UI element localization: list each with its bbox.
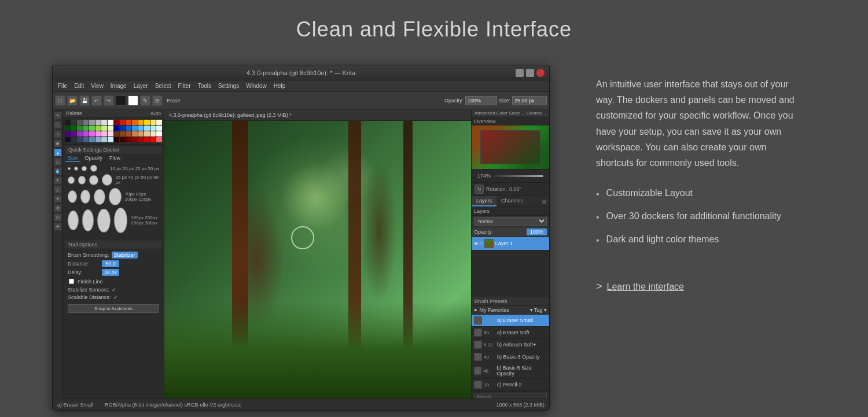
learn-link-text[interactable]: Learn the interface [607, 282, 684, 292]
toolbar-open-icon[interactable]: 📂 [67, 95, 78, 106]
palette-swatch[interactable] [101, 137, 107, 142]
layer-blend-select[interactable]: Normal [474, 217, 547, 226]
palette-swatch[interactable] [138, 120, 144, 125]
brush-dot-1[interactable] [68, 167, 71, 170]
brush-dot-15[interactable] [97, 209, 110, 233]
palette-swatch[interactable] [89, 137, 95, 142]
tool-fill-btn[interactable]: ▣ [54, 139, 62, 147]
size-input[interactable] [512, 96, 547, 105]
finish-line-checkbox[interactable] [69, 279, 74, 284]
palette-swatch[interactable] [120, 137, 126, 142]
palette-swatch[interactable] [71, 137, 77, 142]
toolbar-brush-icon[interactable]: ✎ [140, 95, 150, 106]
palette-swatch[interactable] [108, 131, 113, 136]
brush-dot-4[interactable] [90, 165, 97, 172]
palette-swatch[interactable] [71, 126, 77, 131]
palette-swatch[interactable] [65, 126, 71, 131]
palette-swatch[interactable] [77, 131, 83, 136]
palette-swatch[interactable] [101, 126, 107, 131]
palette-swatch[interactable] [126, 126, 132, 131]
menu-tools[interactable]: Tools [195, 82, 214, 90]
rotation-icon[interactable]: ↻ [475, 184, 484, 194]
tool-transform-btn[interactable]: ⤡ [54, 130, 62, 138]
palette-swatch[interactable] [120, 126, 126, 131]
menu-select[interactable]: Select [152, 82, 174, 90]
tool-shape-btn[interactable]: △ [54, 186, 62, 194]
zoom-slider[interactable] [493, 175, 543, 177]
palette-swatch[interactable] [126, 131, 132, 136]
palette-swatch[interactable] [101, 120, 107, 125]
palette-swatch[interactable] [150, 126, 156, 131]
tool-erase-btn[interactable]: ◻ [54, 158, 62, 166]
palette-swatch[interactable] [114, 126, 120, 131]
tool-path-btn[interactable]: ✦ [54, 195, 62, 203]
tool-move-btn[interactable]: ✛ [54, 223, 62, 231]
palette-swatch[interactable] [89, 131, 95, 136]
palette-swatch[interactable] [120, 120, 126, 125]
brush-dot-12[interactable] [109, 188, 122, 205]
palette-swatch[interactable] [144, 126, 150, 131]
brush-dot-14[interactable] [82, 209, 94, 231]
toolbar-undo-icon[interactable]: ↩ [91, 95, 102, 106]
palette-swatch[interactable] [89, 126, 95, 131]
palette-swatch[interactable] [95, 137, 101, 142]
menu-filter[interactable]: Filter [175, 82, 193, 90]
close-icon[interactable] [536, 69, 545, 77]
brush-preset-item[interactable]: 40b) Basic-3 Opacity [472, 351, 549, 363]
palette-swatch[interactable] [71, 120, 77, 125]
menu-layer[interactable]: Layer [131, 82, 151, 90]
brush-dot-3[interactable] [82, 166, 87, 171]
palette-swatch[interactable] [144, 120, 150, 125]
menu-edit[interactable]: Edit [71, 82, 87, 90]
menu-help[interactable]: Help [271, 82, 289, 90]
palette-swatch[interactable] [77, 120, 83, 125]
palette-swatch[interactable] [144, 131, 150, 136]
layers-tab-layers[interactable]: Layers [472, 196, 496, 206]
qs-tab-flow[interactable]: Flow [107, 154, 123, 162]
palette-swatch[interactable] [156, 126, 162, 131]
palette-swatch[interactable] [132, 120, 138, 125]
palette-swatch[interactable] [132, 137, 138, 142]
palette-swatch[interactable] [65, 131, 71, 136]
palette-swatch[interactable] [150, 120, 156, 125]
palette-swatch[interactable] [83, 126, 89, 131]
palette-swatch[interactable] [150, 137, 156, 142]
tool-paint-btn[interactable]: ✎ [54, 112, 62, 120]
palette-swatch[interactable] [138, 126, 144, 131]
tool-text-btn[interactable]: T [54, 176, 62, 184]
toolbar-bg-color[interactable] [128, 95, 138, 106]
brush-dot-6[interactable] [78, 176, 86, 184]
palette-swatch[interactable] [144, 137, 150, 142]
palette-swatch[interactable] [71, 131, 77, 136]
brush-preset-item[interactable]: 40b) Basic-5 Size Opacity [472, 363, 549, 379]
brush-dot-16[interactable] [114, 208, 128, 233]
minimize-icon[interactable] [516, 69, 524, 77]
menu-view[interactable]: View [88, 82, 106, 90]
palette-swatch[interactable] [65, 137, 71, 142]
palette-swatch[interactable] [138, 137, 144, 142]
palette-swatch[interactable] [156, 131, 162, 136]
palette-swatch[interactable] [114, 137, 120, 142]
qs-tab-size[interactable]: Size [65, 154, 80, 162]
brush-dot-5[interactable] [68, 176, 75, 184]
brush-dot-11[interactable] [94, 189, 105, 205]
opacity-input[interactable] [465, 96, 497, 105]
brush-preset-item[interactable]: 10c) Pencil-2 [472, 379, 549, 391]
layers-tab-channels[interactable]: Channels [496, 196, 528, 206]
palette-swatch[interactable] [108, 137, 113, 142]
toolbar-grid-icon[interactable]: ⊞ [152, 95, 163, 106]
brush-preset-item[interactable]: 80a) Eraser Soft [472, 327, 549, 339]
toolbar-redo-icon[interactable]: ↪ [104, 95, 114, 106]
tool-eyedrop-btn[interactable]: 💧 [54, 167, 62, 175]
tool-crop-btn[interactable]: ⊡ [54, 213, 62, 222]
brush-tag-selector[interactable]: ▾ Tag ▾ [530, 307, 547, 313]
palette-swatch[interactable] [101, 131, 107, 136]
palette-swatch[interactable] [156, 137, 162, 142]
palette-swatch[interactable] [77, 137, 83, 142]
tool-select-btn[interactable]: ⬚ [54, 121, 62, 129]
tool-brush-btn[interactable]: ● [54, 149, 62, 157]
layer-visible-icon[interactable]: 👁 [474, 241, 479, 246]
brush-dot-9[interactable] [68, 190, 77, 203]
brush-preset-item[interactable]: a) Eraser Small [472, 315, 549, 327]
brush-dot-8[interactable] [102, 174, 112, 186]
